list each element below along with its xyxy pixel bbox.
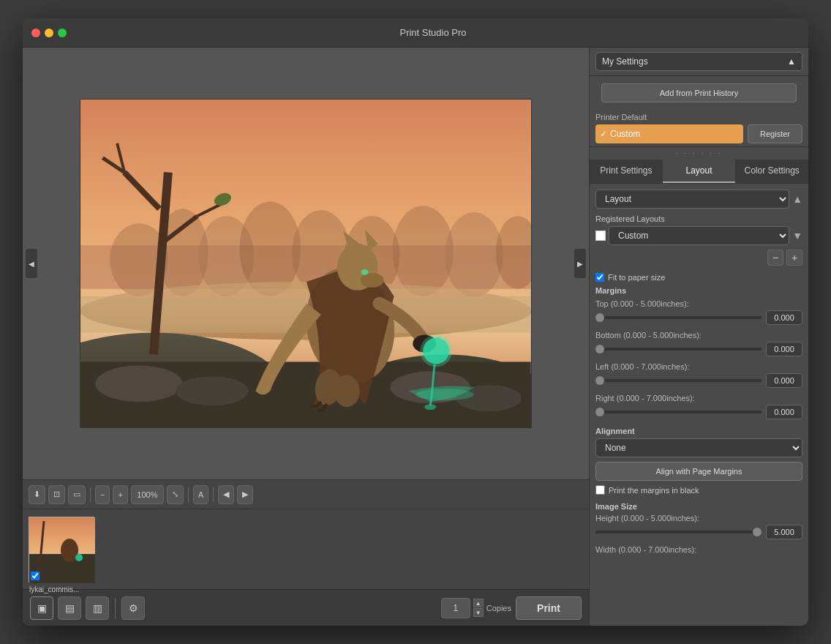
my-settings-label: My Settings (602, 56, 648, 67)
top-margin-label: Top (0.000 - 5.000inches): (595, 299, 802, 308)
bottom-margin-slider[interactable] (595, 348, 762, 351)
right-margin-slider[interactable] (595, 411, 762, 413)
import-button[interactable]: ⬇ (29, 485, 45, 504)
canvas-area: ◀ (23, 48, 589, 626)
copies-decrement[interactable]: ▼ (473, 608, 484, 617)
settings-dropdown-section: My Settings ▲ (590, 48, 808, 76)
margins-label: Margins (595, 286, 802, 295)
double-layout-button[interactable]: ▤ (58, 596, 81, 620)
right-margin-slider-row: 0.000 (595, 405, 802, 419)
zoom-display: 100% (131, 485, 164, 504)
fit-to-paper-label: Fit to paper size (608, 273, 665, 282)
zoom-in-button[interactable]: + (113, 485, 127, 504)
svg-point-29 (361, 273, 384, 288)
top-margin-slider-row: 0.000 (595, 310, 802, 325)
svg-point-16 (95, 365, 182, 402)
triple-layout-button[interactable]: ▥ (86, 596, 109, 620)
maximize-button[interactable] (58, 29, 67, 37)
svg-point-8 (392, 206, 454, 296)
right-margin-row: Right (0.000 - 7.000inches): 0.000 (595, 394, 802, 419)
plus-button[interactable]: + (786, 250, 802, 266)
tab-print-settings[interactable]: Print Settings (590, 160, 663, 183)
register-button[interactable]: Register (748, 124, 802, 143)
custom-preset-label: Custom (610, 129, 640, 139)
alignment-label: Alignment (595, 427, 802, 435)
align-margins-button[interactable]: Align with Page Margins (595, 462, 802, 481)
height-row: Height (0.000 - 5.000inches): 5.000 (595, 514, 802, 539)
margins-section: Margins Top (0.000 - 5.000inches): 0.000… (595, 286, 802, 419)
top-margin-row: Top (0.000 - 5.000inches): 0.000 (595, 299, 802, 325)
text-icon: A (198, 490, 203, 499)
left-margin-slider[interactable] (595, 379, 762, 382)
height-value: 5.000 (766, 525, 802, 539)
zoom-out-button[interactable]: − (95, 485, 110, 504)
thumbnail-checkbox[interactable] (31, 572, 40, 580)
registered-layouts-section: Registered Layouts Custom ▼ − + (595, 214, 802, 266)
prev-page-button[interactable]: ◀ (26, 249, 37, 278)
fit-button[interactable]: ⤡ (167, 485, 184, 504)
gear-button[interactable]: ⚙ (121, 596, 145, 620)
minus-button[interactable]: − (767, 250, 783, 266)
panel-content[interactable]: Layout ▲ Registered Layouts Custom ▼ (590, 184, 808, 626)
tab-layout[interactable]: Layout (663, 160, 736, 183)
image-canvas (80, 99, 532, 428)
print-margins-checkbox[interactable] (595, 485, 605, 495)
custom-preset-button[interactable]: ✓ Custom (595, 124, 743, 143)
image-size-label: Image Size (595, 502, 802, 511)
image-size-section: Image Size Height (0.000 - 5.000inches):… (595, 502, 802, 554)
printer-default-label: Printer Default (595, 113, 802, 121)
text-button[interactable]: A (193, 485, 208, 504)
toolbar-separator-3 (213, 487, 214, 502)
thumbnail-item[interactable]: lykai_commis... (29, 517, 94, 583)
double-layout-icon: ▤ (65, 602, 75, 614)
custom-dropdown-row: Custom ▼ (595, 226, 802, 245)
toolbar: ⬇ ⊡ ▭ − + 100% ⤡ (23, 479, 589, 509)
top-margin-slider[interactable] (595, 316, 762, 319)
next-page-button[interactable]: ▶ (574, 249, 586, 278)
right-panel: My Settings ▲ Add from Print History Pri… (589, 48, 808, 626)
my-settings-dropdown[interactable]: My Settings ▲ (595, 52, 802, 71)
svg-point-36 (424, 404, 436, 410)
tab-print-settings-label: Print Settings (600, 165, 652, 176)
fit-to-paper-checkbox[interactable] (595, 273, 604, 282)
next-button[interactable]: ▶ (237, 485, 253, 504)
custom-layout-dropdown[interactable]: Custom (609, 226, 789, 245)
main-window: Print Studio Pro ◀ (23, 18, 808, 626)
prev-button[interactable]: ◀ (218, 485, 234, 504)
copies-spinners: ▲ ▼ (473, 599, 484, 617)
minimize-button[interactable] (45, 29, 53, 37)
custom-dropdown-arrow-icon: ▼ (792, 230, 802, 242)
layout-dropdown[interactable]: Layout (595, 190, 789, 209)
copies-input[interactable] (441, 598, 470, 618)
add-history-section: Add from Print History (590, 76, 808, 110)
copies-increment[interactable]: ▲ (473, 599, 484, 607)
tab-layout-label: Layout (685, 165, 712, 176)
preset-row: ✓ Custom Register (595, 124, 802, 143)
alignment-dropdown[interactable]: None (595, 438, 802, 457)
layout-toggle-button[interactable]: ▭ (68, 485, 86, 504)
bottom-margin-label: Bottom (0.000 - 5.000inches): (595, 331, 802, 340)
svg-point-32 (361, 269, 369, 275)
traffic-lights (31, 29, 67, 37)
print-button[interactable]: Print (516, 596, 582, 620)
crop-button[interactable]: ⊡ (48, 485, 65, 504)
left-margin-row: Left (0.000 - 7.000inches): 0.000 (595, 362, 802, 388)
left-margin-slider-row: 0.000 (595, 373, 802, 388)
top-margin-value: 0.000 (766, 310, 802, 325)
svg-point-39 (416, 389, 474, 400)
close-button[interactable] (31, 29, 40, 37)
next-icon: ▶ (242, 490, 248, 499)
fit-to-paper-row: Fit to paper size (595, 273, 802, 282)
svg-point-35 (420, 335, 452, 367)
svg-point-44 (75, 554, 83, 561)
plus-minus-row: − + (595, 250, 802, 266)
print-margins-row: Print the margins in black (595, 485, 802, 495)
registered-layouts-label: Registered Layouts (595, 214, 802, 223)
dots-divider: · · · · · · (590, 147, 808, 160)
add-history-button[interactable]: Add from Print History (601, 83, 797, 102)
height-slider[interactable] (595, 531, 762, 533)
single-layout-button[interactable]: ▣ (30, 596, 53, 620)
tab-color-settings[interactable]: Color Settings (735, 160, 808, 183)
artwork-svg (80, 100, 531, 427)
width-label: Width (0.000 - 7.000inches): (595, 545, 802, 554)
